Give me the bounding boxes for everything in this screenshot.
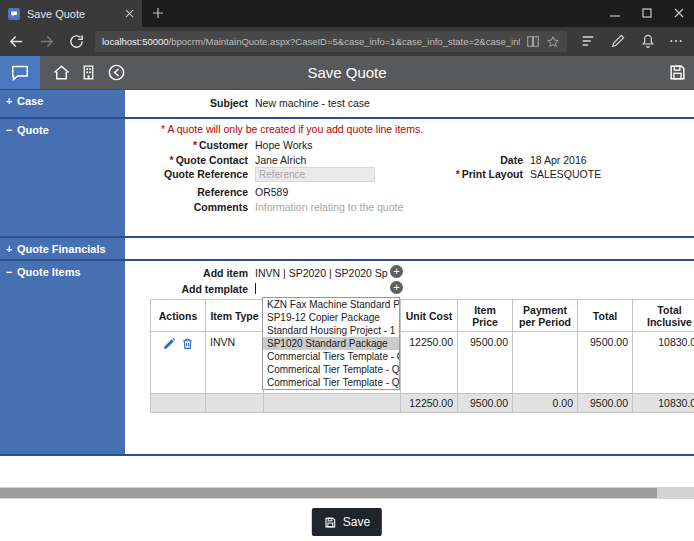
add-template-button[interactable]: +: [390, 281, 403, 294]
section-quote-financials: +Quote Financials: [0, 238, 694, 261]
tab-title: Save Quote: [27, 8, 118, 20]
collapse-icon: −: [6, 266, 17, 278]
dropdown-option[interactable]: Commercial Tiers Template - Qty 1: [263, 350, 399, 363]
total-inclusive-cell: 10830.00: [633, 332, 694, 394]
quote-reference-label: Quote Reference: [125, 167, 255, 181]
comments-label: Comments: [125, 200, 255, 214]
sidebar-item-label: Case: [17, 95, 43, 107]
section-quote: −Quote * A quote will only be created if…: [0, 119, 694, 238]
text-caret: [255, 283, 256, 294]
sidebar-item-label: Quote Financials: [17, 243, 106, 255]
table-row: INVN 12250.00 9500.00 9500.00 10830.00: [151, 332, 694, 394]
date-value: 18 Apr 2016: [530, 153, 587, 167]
new-tab-button[interactable]: [152, 7, 164, 19]
quote-contact-value: Jane Alrich: [255, 153, 306, 167]
dropdown-option[interactable]: Standard Housing Project - 1 House: [263, 324, 399, 337]
edit-pencil-icon[interactable]: [163, 337, 176, 350]
total-cell: 9500.00: [578, 332, 633, 394]
add-item-label: Add item: [125, 266, 255, 280]
address-bar[interactable]: localhost:50000/bpocrm/MaintainQuote.asp…: [95, 31, 567, 52]
url-text: localhost:50000/bpocrm/MaintainQuote.asp…: [102, 36, 520, 47]
quote-items-table: Actions Item Type Unit Cost Item Price P…: [150, 299, 694, 413]
col-total: Total: [578, 300, 633, 332]
sidebar-item-case[interactable]: +Case: [0, 90, 125, 117]
window-close-button[interactable]: [674, 8, 684, 18]
url-path: /bpocrm/MaintainQuote.aspx?CaseID=5&case…: [169, 36, 520, 47]
scrollbar-thumb[interactable]: [0, 488, 657, 498]
favorites-star-icon[interactable]: [546, 35, 560, 49]
more-options-icon[interactable]: [668, 33, 684, 49]
col-item-price: Item Price: [458, 300, 513, 332]
browser-tab-bar: Save Quote: [0, 0, 694, 27]
notifications-bell-icon[interactable]: [640, 33, 656, 49]
table-header-row: Actions Item Type Unit Cost Item Price P…: [151, 300, 694, 332]
item-type-cell: INVN: [206, 332, 264, 394]
quote-contact-label: *Quote Contact: [125, 153, 255, 167]
url-host: localhost:50000: [102, 36, 169, 47]
quote-note: * A quote will only be created if you ad…: [161, 123, 423, 135]
refresh-icon[interactable]: [68, 33, 85, 50]
col-actions: Actions: [151, 300, 206, 332]
add-item-value[interactable]: INVN | SP2020 | SP2020 Sp: [255, 266, 388, 280]
totals-payment: 0.00: [513, 394, 578, 413]
date-label: Date: [410, 153, 530, 167]
col-payment-per-period: Payment per Period: [513, 300, 578, 332]
print-layout-label: *Print Layout: [410, 167, 530, 181]
window-controls: [610, 8, 684, 18]
save-icon-button[interactable]: [668, 63, 687, 82]
expand-icon: +: [6, 243, 17, 255]
payment-per-period-cell: [513, 332, 578, 394]
add-template-input[interactable]: [255, 282, 377, 295]
sidebar-item-quote[interactable]: −Quote: [0, 119, 125, 236]
browser-tab[interactable]: Save Quote: [0, 0, 142, 27]
browser-nav-bar: localhost:50000/bpocrm/MaintainQuote.asp…: [0, 27, 694, 56]
template-dropdown: KZN Fax Machine Standard Package SP19-12…: [262, 297, 400, 390]
section-case: +Case Subject New machine - test case: [0, 90, 694, 119]
dropdown-option[interactable]: Commerical Tier Template - Quantity 3: [263, 376, 399, 389]
home-button[interactable]: [52, 63, 71, 82]
sidebar-item-quote-items[interactable]: −Quote Items: [0, 261, 125, 454]
tab-close-icon[interactable]: [125, 9, 134, 18]
subject-label: Subject: [125, 96, 255, 110]
col-item-type: Item Type: [206, 300, 264, 332]
back-circle-button[interactable]: [107, 63, 126, 82]
sidebar-item-quote-financials[interactable]: +Quote Financials: [0, 238, 125, 259]
reference-value: OR589: [255, 185, 288, 199]
table-totals-row: 12250.00 9500.00 0.00 9500.00 10830.00: [151, 394, 694, 413]
tab-favicon-icon: [8, 8, 20, 20]
dropdown-option-selected[interactable]: SP1020 Standard Package: [263, 337, 399, 350]
dropdown-option[interactable]: SP19-12 Copier Package: [263, 311, 399, 324]
add-item-button[interactable]: +: [390, 265, 403, 278]
add-template-label: Add template: [125, 282, 255, 296]
window-restore-button[interactable]: [642, 8, 652, 18]
hub-icon[interactable]: [580, 33, 596, 49]
save-floppy-icon: [324, 516, 337, 529]
save-button-label: Save: [343, 515, 370, 529]
web-note-icon[interactable]: [610, 33, 626, 49]
chat-button[interactable]: [0, 56, 40, 89]
app-header: Save Quote: [0, 56, 694, 89]
building-button[interactable]: [80, 63, 97, 82]
subject-value: New machine - test case: [255, 96, 370, 110]
dropdown-option[interactable]: Commerical Tier Template - Qty 2: [263, 363, 399, 376]
unit-cost-cell: 12250.00: [401, 332, 458, 394]
dropdown-option[interactable]: KZN Fax Machine Standard Package: [263, 298, 399, 311]
expand-icon: +: [6, 95, 17, 107]
quote-reference-input[interactable]: [255, 167, 375, 182]
chat-bubble-icon: [11, 65, 29, 81]
customer-value: Hope Works: [255, 138, 313, 152]
collapse-icon: −: [6, 124, 17, 136]
back-icon[interactable]: [8, 33, 25, 50]
totals-total-inclusive: 10830.00: [633, 394, 694, 413]
save-button[interactable]: Save: [312, 508, 382, 536]
horizontal-scrollbar[interactable]: [0, 487, 694, 499]
comments-input[interactable]: [255, 200, 485, 214]
col-total-inclusive: Total Inclusive: [633, 300, 694, 332]
totals-total: 9500.00: [578, 394, 633, 413]
sidebar-item-label: Quote Items: [17, 266, 81, 278]
delete-trash-icon[interactable]: [181, 337, 194, 350]
reading-view-icon[interactable]: [526, 35, 540, 48]
window-minimize-button[interactable]: [610, 8, 620, 18]
col-unit-cost: Unit Cost: [401, 300, 458, 332]
forward-icon[interactable]: [38, 33, 55, 50]
